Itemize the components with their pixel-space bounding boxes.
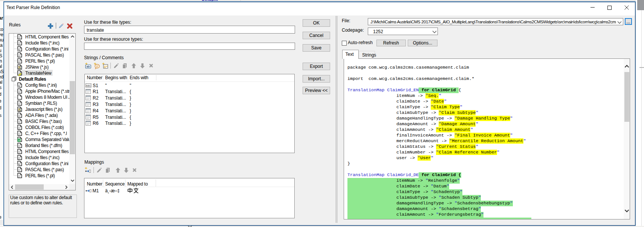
svg-text:ABC: ABC	[86, 84, 91, 87]
svg-text:a: a	[18, 139, 20, 141]
svg-text:ab: ab	[87, 65, 90, 68]
svg-text:S: S	[18, 64, 21, 70]
svg-text:S: S	[18, 107, 21, 112]
